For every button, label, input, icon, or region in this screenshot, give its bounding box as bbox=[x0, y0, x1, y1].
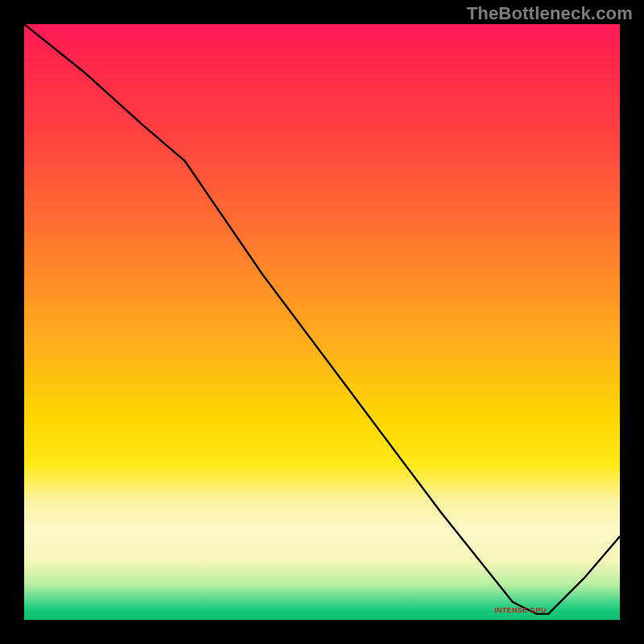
series-line bbox=[24, 24, 620, 614]
annotation-label: INTENSE GPU bbox=[494, 606, 546, 614]
line-chart-svg bbox=[24, 24, 620, 620]
chart-frame: TheBottleneck.com INTENSE GPU bbox=[0, 0, 644, 644]
plot-area: INTENSE GPU bbox=[24, 24, 620, 620]
watermark-text: TheBottleneck.com bbox=[467, 3, 633, 24]
